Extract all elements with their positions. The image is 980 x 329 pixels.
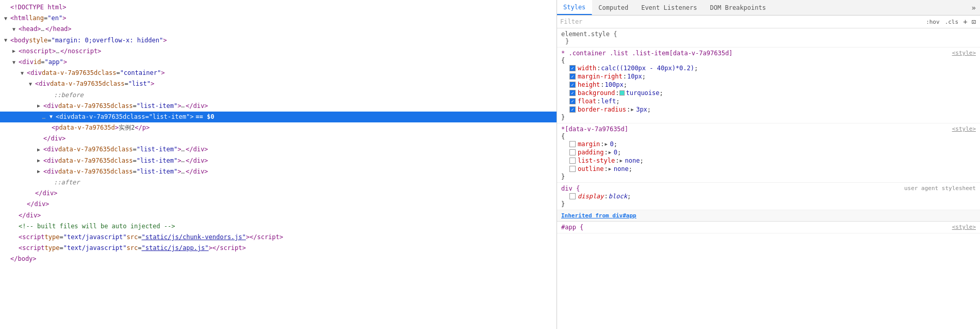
inherited-header: Inherited from div#app [557,210,980,222]
rule-source-1[interactable]: <style> [952,50,976,56]
prop-border-radius: border-radius : 3px ; [561,105,976,114]
dom-line-close-div-selected[interactable]: </div> [0,133,557,144]
dom-line-p-tag[interactable]: <p data-v-7a97635d > 实例2 </p> [0,122,557,133]
prop-margin: margin : 0 ; [561,140,976,148]
div-user-agent-rule: user agent stylesheet div { display : bl… [557,183,980,210]
selected-tag: <div [56,112,71,122]
dom-line-div-app[interactable]: <div id="app" > [0,57,557,68]
triangle-div-container[interactable] [19,69,26,77]
triangle-outline[interactable] [609,166,614,171]
dom-line-doctype[interactable]: <!DOCTYPE html> [0,2,557,13]
dom-line-head[interactable]: <head> … </head> [0,24,557,35]
triangle-list-item-4[interactable] [35,167,42,176]
element-style-rule: element.style { } [557,28,980,48]
dom-line-list-item-3[interactable]: <div data-v-7a97635d class="list-item" >… [0,155,557,166]
checkbox-margin[interactable] [569,141,576,147]
dom-line-script-vendors[interactable]: <script type="text/javascript" src="stat… [0,232,557,243]
app-rule: <style> #app { [557,222,980,233]
checkbox-padding[interactable] [569,149,576,155]
container-list-item-rule: <style> * .container .list .list-item[da… [557,48,980,123]
rule-selector-1: * .container .list .list-item[data-v-7a9… [561,50,732,57]
dom-line-list-item-selected[interactable]: … <div data-v-7a97635d class="list-item"… [0,112,557,122]
tab-dom-breakpoints[interactable]: DOM Breakpoints [704,0,773,15]
dom-panel: <!DOCTYPE html> <html lang="en" > <head>… [0,0,557,329]
filter-input[interactable] [560,18,922,25]
dom-line-close-body[interactable]: </body> [0,254,557,264]
triangle-border-radius[interactable] [631,107,636,112]
doctype-text: <!DOCTYPE html> [10,3,66,12]
dom-line-after-pseudo[interactable]: ::after [0,177,557,188]
html-tag: <html [10,13,29,23]
data-v-attr-rule: <style> *[data-v-7a97635d] { margin : 0 … [557,123,980,183]
dollar-sign: == $0 [195,112,214,122]
triangle-html[interactable] [2,14,9,23]
checkbox-list-style[interactable] [569,158,576,164]
checkbox-height[interactable] [569,82,576,88]
dom-line-div-list[interactable]: <div data-v-7a97635d class="list" > [0,79,557,89]
checkbox-display[interactable] [569,193,576,199]
dom-line-noscript[interactable]: <noscript> … </noscript> [0,46,557,57]
styles-panel: Styles Computed Event Listeners DOM Brea… [557,0,980,329]
triangle-div-app[interactable] [10,58,18,67]
prop-background: background : turquoise ; [561,89,976,97]
triangle-padding[interactable] [609,150,614,155]
tab-more[interactable]: » [968,4,980,12]
triangle-list-item-2[interactable] [35,146,42,154]
styles-content: element.style { } <style> * .container .… [557,28,980,329]
element-style-selector: element.style { [561,30,976,38]
triangle-list-style[interactable] [619,158,625,163]
checkbox-outline[interactable] [569,166,576,172]
p-inner-text: 实例2 [119,123,135,133]
user-agent-source: user agent stylesheet [904,185,976,192]
prop-padding: padding : 0 ; [561,148,976,156]
triangle-list-item-selected[interactable] [47,113,55,121]
triangle-margin[interactable] [605,142,610,147]
triangle-list-item-1[interactable] [35,102,42,110]
expand-button[interactable]: ⊡ [971,18,977,26]
display-prop-name: display [578,193,604,200]
rule-source-app[interactable]: <style> [952,224,976,230]
tab-event-listeners[interactable]: Event Listeners [635,0,704,15]
triangle-head[interactable] [10,25,18,34]
dom-line-before-pseudo[interactable]: ::before [0,90,557,101]
dom-line-body[interactable]: <body style="margin: 0;overflow-x: hidde… [0,35,557,46]
dom-line-close-container[interactable]: </div> [0,199,557,210]
prop-height: height : 100px ; [561,81,976,89]
dom-line-close-list[interactable]: </div> [0,188,557,199]
rule-source-2[interactable]: <style> [952,126,976,132]
checkbox-background[interactable] [569,90,576,96]
dom-line-div-container[interactable]: <div data-v-7a97635d class="container" > [0,68,557,79]
checkbox-width[interactable] [569,65,576,71]
add-rule-button[interactable]: + [962,18,968,26]
rule-selector-2: *[data-v-7a97635d] [561,126,628,133]
tab-computed[interactable]: Computed [592,0,635,15]
dom-line-list-item-2[interactable]: <div data-v-7a97635d class="list-item" >… [0,144,557,155]
filter-bar: :hov .cls + ⊡ [557,15,980,28]
dom-line-comment[interactable]: <!-- built files will be auto injected -… [0,221,557,232]
selected-attr-data: data-v-7a97635d [71,112,126,122]
prop-list-style: list-style : none ; [561,156,976,165]
cls-button[interactable]: .cls [943,18,960,26]
triangle-noscript[interactable] [10,47,18,55]
dom-line-list-item-1[interactable]: <div data-v-7a97635d class="list-item" >… [0,101,557,112]
triangle-div-list[interactable] [27,80,34,88]
comment-text: <!-- built files will be auto injected -… [19,222,175,231]
inherited-label: Inherited from [561,212,612,219]
checkbox-border-radius[interactable] [569,106,576,113]
inherited-element[interactable]: div#app [612,212,636,219]
app-selector: #app { [561,224,583,231]
checkbox-float[interactable] [569,98,576,104]
checkbox-margin-right[interactable] [569,73,576,80]
dom-line-html[interactable]: <html lang="en" > [0,13,557,24]
dom-line-close-app[interactable]: </div> [0,210,557,221]
tab-styles[interactable]: Styles [557,0,592,15]
color-swatch[interactable] [619,90,625,96]
hov-button[interactable]: :hov [924,18,941,26]
triangle-body[interactable] [2,36,9,44]
prop-display: display : block ; [561,192,976,200]
div-selector: div { [561,185,580,192]
prop-margin-right: margin-right : 10px ; [561,72,976,81]
dom-line-script-app[interactable]: <script type="text/javascript" src="stat… [0,243,557,254]
dom-line-list-item-4[interactable]: <div data-v-7a97635d class="list-item" >… [0,166,557,177]
triangle-list-item-3[interactable] [35,156,42,165]
